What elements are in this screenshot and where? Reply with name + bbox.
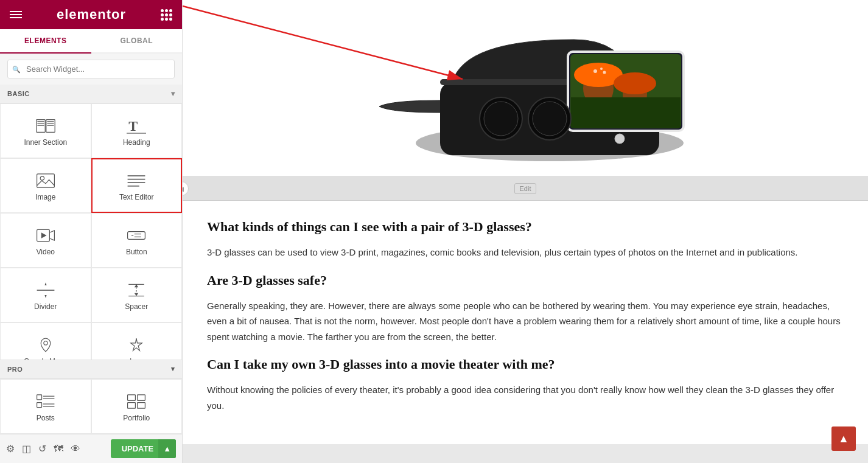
svg-point-30 [44,341,47,345]
basic-section-header: BASIC ▾ [0,85,182,103]
widget-inner-section[interactable]: Inner Section [0,103,91,158]
svg-point-51 [593,69,597,73]
widget-spacer[interactable]: Spacer [91,268,183,322]
vr-headset-image [343,3,708,173]
svg-rect-39 [128,403,136,409]
text-editor-label: Text Editor [119,193,154,201]
video-icon [36,227,55,244]
svg-point-11 [40,176,44,180]
icon-widget-icon [127,336,146,353]
widget-posts[interactable]: Posts [0,379,91,434]
svg-rect-50 [571,97,681,128]
svg-point-59 [533,102,567,136]
widget-grid: Inner Section T Heading Image [0,103,182,360]
svg-rect-10 [37,174,54,187]
preview-icon[interactable]: 👁 [71,444,80,454]
widget-button[interactable]: Button [91,213,183,268]
svg-point-52 [600,68,603,70]
icon-label: Icon [130,357,144,360]
layers-icon[interactable]: ◫ [22,443,31,454]
svg-rect-38 [138,395,145,401]
heading-icon: T [127,117,146,134]
image-icon [36,172,55,189]
svg-point-57 [484,102,518,136]
portfolio-label: Portfolio [123,414,150,422]
paragraph-2: Generally speaking, they are. However, t… [207,298,844,345]
basic-chevron-icon[interactable]: ▾ [171,89,175,98]
settings-icon[interactable]: ⚙ [6,443,15,454]
svg-rect-37 [128,395,136,401]
video-label: Video [37,248,55,256]
basic-section-label: BASIC [7,90,30,97]
panel-header: elementor [0,0,182,29]
menu-icon[interactable] [10,11,22,18]
svg-marker-17 [41,232,47,238]
widget-divider[interactable]: Divider [0,268,91,322]
posts-label: Posts [37,414,55,422]
google-maps-icon [36,336,55,353]
tab-elements[interactable]: ELEMENTS [0,29,91,54]
back-to-top-button[interactable]: ▲ [831,426,856,451]
widget-video[interactable]: Video [0,213,91,268]
widget-portfolio[interactable]: Portfolio [91,379,183,434]
svg-text:T: T [128,119,138,134]
spacer-label: Spacer [125,302,148,311]
divider-icon [36,282,55,299]
pro-section-header: PRO ▾ [0,360,182,378]
tab-global[interactable]: GLOBAL [91,29,183,52]
update-button[interactable]: UPDATE ▲ [111,439,176,458]
content-text-area: What kinds of things can I see with a pa… [183,201,868,444]
svg-rect-18 [128,232,145,240]
paragraph-3: Without knowing the policies of every th… [207,382,844,413]
button-icon [127,227,146,244]
pro-section-label: PRO [7,366,23,373]
heading-3: Can I take my own 3-D glasses into a mov… [207,357,844,372]
panel-tabs: ELEMENTS GLOBAL [0,29,182,54]
separator-bar: ◀ Edit [183,176,868,201]
google-maps-label: Google Maps [24,357,67,360]
update-dropdown-arrow[interactable]: ▲ [158,439,176,458]
text-editor-icon [127,172,146,189]
spacer-icon [127,282,146,299]
elementor-logo: elementor [57,7,126,23]
heading-label: Heading [123,138,150,147]
search-input[interactable] [7,60,175,78]
vr-image-area [183,0,868,176]
collapse-panel-button[interactable]: ◀ [183,181,189,196]
widget-icon[interactable]: Icon [91,322,183,360]
heading-2: Are 3-D glasses safe? [207,273,844,288]
heading-1: What kinds of things can I see with a pa… [207,219,844,235]
left-panel: elementor ELEMENTS GLOBAL BASIC ▾ [0,0,183,463]
image-label: Image [35,193,55,201]
svg-marker-24 [44,295,46,298]
widget-text-editor[interactable]: Text Editor [91,158,183,213]
svg-point-49 [614,72,656,94]
svg-marker-29 [135,293,138,296]
widget-image[interactable]: Image [0,158,91,213]
edit-badge: Edit [514,183,537,194]
bottom-bar: ⚙ ◫ ↺ 🗺 👁 UPDATE ▲ [0,434,182,463]
navigator-icon[interactable]: 🗺 [54,444,63,454]
inner-section-icon [36,117,55,134]
svg-rect-31 [37,395,41,400]
svg-marker-23 [44,282,46,285]
svg-point-55 [615,134,625,144]
history-icon[interactable]: ↺ [38,443,46,454]
portfolio-icon [127,393,146,410]
inner-section-label: Inner Section [24,138,67,147]
divider-label: Divider [34,302,57,311]
button-label: Button [126,248,147,256]
update-label: UPDATE [122,444,153,453]
paragraph-1: 3-D glasses can be used to view 3-D prin… [207,245,844,260]
svg-rect-40 [138,403,145,409]
svg-rect-34 [37,403,41,408]
posts-icon [36,393,55,410]
widget-heading[interactable]: T Heading [91,103,183,158]
widget-google-maps[interactable]: Google Maps [0,322,91,360]
svg-marker-28 [135,284,138,287]
search-container [0,54,182,85]
svg-point-53 [603,71,606,74]
apps-icon[interactable] [161,9,172,21]
pro-chevron-icon[interactable]: ▾ [171,365,175,373]
right-panel: ◀ Edit What kinds of things can I see wi… [183,0,868,463]
